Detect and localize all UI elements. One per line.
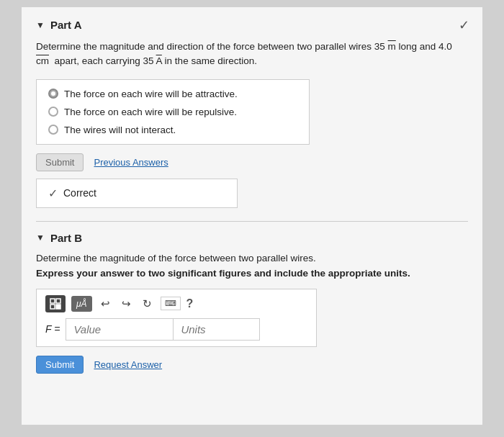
option-2-radio[interactable] [48, 107, 58, 117]
previous-answers-link[interactable]: Previous Answers [94, 157, 168, 168]
part-b-submit-button[interactable]: Submit [36, 356, 84, 374]
input-row: F = [45, 318, 307, 341]
option-2-row[interactable]: The force on each wire will be repulsive… [48, 107, 297, 117]
redo-icon: ↪ [122, 297, 131, 310]
keyboard-button[interactable]: ⌨ [161, 297, 181, 310]
option-3-text: The wires will not interact. [64, 125, 176, 135]
part-a-header: ▼ Part A [36, 19, 468, 31]
undo-button[interactable]: ↩ [98, 296, 113, 312]
part-b-section: ▼ Part B Determine the magnitude of the … [36, 232, 468, 374]
part-b-chevron-icon[interactable]: ▼ [36, 233, 45, 243]
mu-a-button[interactable]: μÅ [71, 296, 92, 312]
top-check-icon: ✓ [459, 17, 469, 33]
request-answer-link[interactable]: Request Answer [94, 359, 162, 370]
option-3-row[interactable]: The wires will not interact. [48, 125, 297, 135]
undo-icon: ↩ [101, 297, 110, 310]
keyboard-icon: ⌨ [165, 299, 176, 307]
correct-check-icon: ✓ [48, 186, 58, 200]
toolbar-row: μÅ ↩ ↪ ↻ ⌨ ? [45, 295, 307, 312]
svg-rect-3 [56, 305, 60, 309]
section-divider [36, 221, 468, 222]
svg-rect-1 [56, 299, 60, 303]
part-b-bottom-row: Submit Request Answer [36, 356, 468, 374]
answer-toolbar: μÅ ↩ ↪ ↻ ⌨ ? [36, 289, 317, 347]
option-1-radio[interactable] [48, 89, 58, 99]
correct-label: Correct [63, 187, 96, 199]
part-b-emphasis: Express your answer to two significant f… [36, 268, 468, 279]
reset-button[interactable]: ↻ [140, 296, 155, 312]
svg-rect-0 [50, 299, 55, 303]
part-a-submit-row: Submit Previous Answers [36, 153, 468, 171]
part-a-submit-button[interactable]: Submit [36, 153, 84, 171]
correct-box: ✓ Correct [36, 179, 238, 208]
options-box: The force on each wire will be attractiv… [36, 79, 310, 145]
svg-rect-2 [50, 305, 55, 309]
option-1-row[interactable]: The force on each wire will be attractiv… [48, 89, 297, 99]
part-a-chevron-icon[interactable]: ▼ [36, 20, 45, 30]
help-icon[interactable]: ? [186, 297, 194, 310]
mu-a-label: μÅ [76, 299, 87, 309]
units-input[interactable] [174, 318, 260, 341]
f-equals-label: F = [45, 323, 60, 335]
value-input[interactable] [66, 318, 174, 341]
part-b-label: Part B [50, 232, 82, 244]
reset-icon: ↻ [143, 297, 152, 310]
main-container: ✓ ▼ Part A Determine the magnitude and d… [22, 7, 482, 425]
redo-button[interactable]: ↪ [119, 296, 134, 312]
matrix-icon-button[interactable] [45, 295, 66, 312]
part-a-question: Determine the magnitude and direction of… [36, 40, 468, 69]
option-3-radio[interactable] [48, 125, 58, 135]
part-b-header: ▼ Part B [36, 232, 468, 244]
part-a-label: Part A [50, 19, 82, 31]
option-1-text: The force on each wire will be attractiv… [64, 89, 238, 99]
part-b-question: Determine the magnitude of the force bet… [36, 253, 468, 263]
matrix-svg-icon [50, 298, 61, 310]
option-2-text: The force on each wire will be repulsive… [64, 107, 237, 117]
